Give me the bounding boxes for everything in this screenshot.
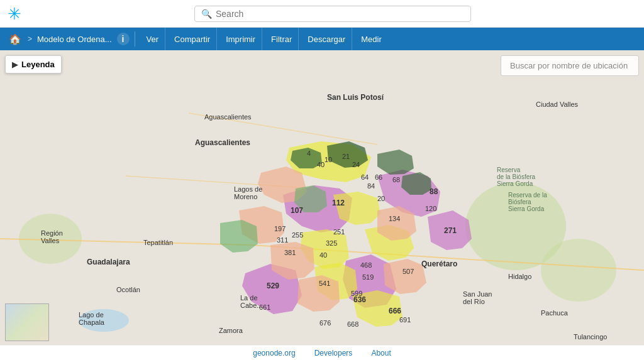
location-search-text: Buscar por nombre de ubicación xyxy=(510,61,628,70)
info-button[interactable]: i xyxy=(117,33,130,45)
legend-label: Leyenda xyxy=(21,60,55,69)
compartir-button[interactable]: Compartir xyxy=(168,28,217,50)
svg-marker-29 xyxy=(377,150,414,175)
mini-map-inner xyxy=(6,304,48,341)
search-input[interactable] xyxy=(216,9,464,19)
filtrar-button[interactable]: Filtrar xyxy=(265,28,299,50)
svg-marker-24 xyxy=(297,275,340,312)
svg-marker-20 xyxy=(352,290,402,327)
location-search-box[interactable]: Buscar por nombre de ubicación xyxy=(501,55,639,76)
medir-button[interactable]: Medir xyxy=(355,28,388,50)
legend-arrow-icon: ▶ xyxy=(12,60,18,69)
legend-panel[interactable]: ▶ Leyenda xyxy=(5,55,62,74)
developers-link[interactable]: Developers xyxy=(314,349,353,357)
search-icon: 🔍 xyxy=(201,9,212,19)
geonode-link[interactable]: geonode.org xyxy=(253,349,295,357)
logo-icon: ✳ xyxy=(8,6,21,22)
about-link[interactable]: About xyxy=(371,349,391,357)
search-bar[interactable]: 🔍 xyxy=(194,6,471,22)
svg-marker-32 xyxy=(220,220,258,253)
breadcrumb-separator: > xyxy=(28,35,32,43)
regions-overlay xyxy=(0,50,644,360)
toolbar-divider xyxy=(135,31,135,46)
toolbar: 🏠 > Modelo de Ordena... i Ver Compartir … xyxy=(0,28,644,50)
breadcrumb-title: Modelo de Ordena... xyxy=(35,35,114,44)
svg-marker-14 xyxy=(428,210,472,250)
home-button[interactable]: 🏠 xyxy=(5,33,25,45)
mini-map[interactable] xyxy=(5,303,49,341)
descargar-button[interactable]: Descargar xyxy=(301,28,352,50)
imprimir-button[interactable]: Imprimir xyxy=(219,28,262,50)
ver-button[interactable]: Ver xyxy=(140,28,166,50)
app-header: ✳ 🔍 xyxy=(0,0,644,28)
page-footer: geonode.org Developers About xyxy=(0,345,644,360)
map-container[interactable]: San Luis Potosí Aguascalientes Aguascali… xyxy=(0,50,644,360)
logo-area: ✳ xyxy=(8,6,21,22)
